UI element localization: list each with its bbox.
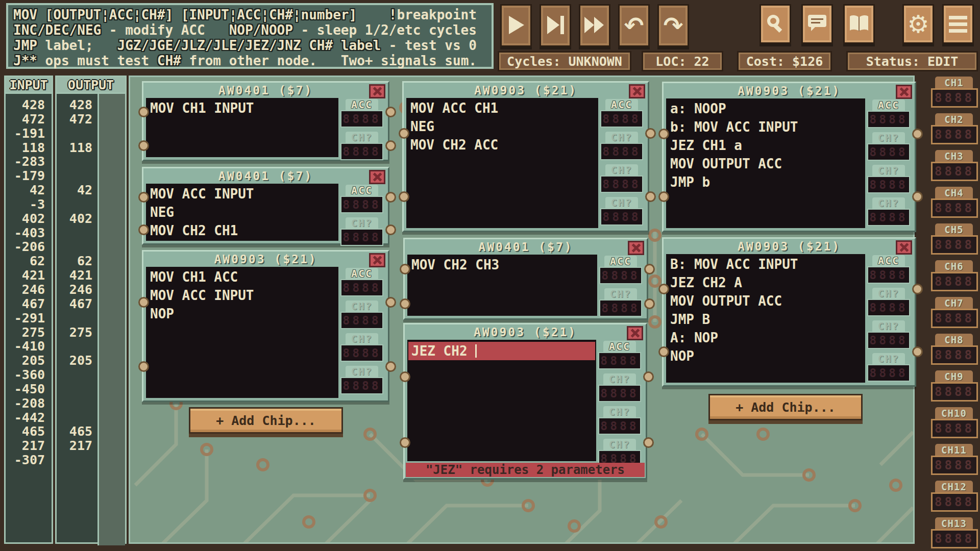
output-value: [57, 453, 97, 467]
code-editor[interactable]: MOV ACC CH1NEGMOV CH2 ACC: [406, 98, 598, 228]
input-value: 275: [6, 325, 52, 340]
code-line: MOV CH1 INPUT: [150, 99, 338, 117]
undo-button[interactable]: ↶: [618, 4, 650, 47]
chip-pin: [385, 107, 396, 117]
chip-1[interactable]: AW0401 ($7)MOV CH1 INPUTACC8888CH?8888: [142, 81, 389, 161]
chip-5[interactable]: AW0401 ($7)MOV CH2 CH3ACC8888CH?8888: [403, 238, 648, 320]
register-label: CH?: [872, 132, 905, 143]
chip-2[interactable]: AW0401 ($7)MOV ACC INPUTNEGMOV CH2 CH1AC…: [142, 167, 389, 245]
register-label: CH?: [604, 288, 637, 299]
register-label: CH?: [872, 165, 905, 176]
code-editor[interactable]: JEZ CH2: [407, 340, 596, 461]
output-value: 205: [57, 354, 97, 368]
acc-register: ACC8888: [340, 185, 383, 213]
step-button[interactable]: [540, 4, 571, 47]
reference-line-2: INC/DEC/NEG - modify ACC NOP/NOOP - slee…: [13, 22, 492, 38]
chip-close-button[interactable]: [896, 85, 912, 99]
chip-close-button[interactable]: [627, 326, 643, 340]
register-label: CH?: [605, 132, 638, 143]
channel-register: CH?8888: [867, 132, 910, 161]
chip-pin: [399, 128, 409, 139]
output-value: 402: [57, 212, 97, 226]
output-value: [57, 339, 97, 354]
code-editor[interactable]: MOV CH1 INPUT: [146, 98, 338, 157]
input-value: -360: [6, 368, 52, 382]
code-editor[interactable]: MOV ACC INPUTNEGMOV CH2 CH1: [146, 184, 338, 241]
chat-button[interactable]: [801, 4, 833, 44]
code-line: A: NOP: [670, 329, 865, 347]
code-line: b: MOV ACC INPUT: [670, 118, 865, 136]
game-screen: MOV [OUTPUT¦ACC¦CH#] [INPUT¦ACC¦CH#¦numb…: [0, 0, 980, 551]
register-label: CH?: [346, 132, 378, 143]
channel-register: CH?8888: [340, 300, 383, 329]
register-label: CH?: [605, 197, 638, 208]
menu-button[interactable]: [942, 4, 974, 44]
channel-display-ch10: 8888: [931, 419, 978, 438]
chip-close-button[interactable]: [369, 253, 385, 267]
output-value: 62: [57, 254, 97, 268]
redo-button[interactable]: ↷: [657, 4, 689, 47]
channel-display-ch3: 8888: [931, 162, 978, 181]
chip-close-button[interactable]: [628, 241, 644, 255]
acc-register: ACC8888: [598, 341, 641, 369]
code-line: MOV OUTPUT ACC: [670, 292, 865, 310]
chip-pin: [138, 297, 149, 308]
register-label: ACC: [604, 256, 637, 267]
chat-icon: [807, 14, 827, 35]
code-line-error: JEZ CH2: [408, 342, 595, 360]
chip-7[interactable]: AW0903 ($21)a: NOOPb: MOV ACC INPUTJEZ C…: [662, 82, 916, 232]
add-chip-button-1[interactable]: + Add Chip...: [189, 407, 343, 434]
seven-segment-display: 8888: [340, 279, 383, 296]
input-value: -206: [6, 240, 52, 254]
channel-tab-ch5: CH5: [935, 223, 973, 236]
chip-close-button[interactable]: [369, 84, 385, 98]
seven-segment-display: 8888: [340, 229, 383, 246]
chip-close-button[interactable]: [896, 240, 912, 255]
search-button[interactable]: [760, 4, 791, 44]
seven-segment-display: 8888: [340, 377, 383, 394]
chip-close-button[interactable]: [629, 84, 645, 98]
manual-button[interactable]: [843, 4, 875, 44]
seven-segment-display: 8888: [599, 267, 642, 284]
chip-6[interactable]: AW0903 ($21)JEZ CH2 ACC8888CH?8888CH?888…: [403, 323, 647, 480]
add-chip-button-2[interactable]: + Add Chip...: [708, 394, 863, 420]
channel-display-ch9: 8888: [931, 382, 978, 402]
code-line: MOV CH2 CH1: [150, 221, 338, 240]
fast-forward-button[interactable]: [579, 4, 610, 47]
seven-segment-display: 8888: [867, 299, 910, 316]
close-icon: [632, 87, 642, 96]
code-editor[interactable]: B: MOV ACC INPUTJEZ CH2 AMOV OUTPUT ACCJ…: [666, 254, 865, 383]
chip-8[interactable]: AW0903 ($21)B: MOV ACC INPUTJEZ CH2 AMOV…: [662, 237, 916, 387]
code-editor[interactable]: MOV CH2 CH3: [407, 255, 597, 316]
channel-register: CH?8888: [600, 132, 643, 160]
chip-title: AW0903 ($21): [664, 83, 915, 98]
input-value: 465: [6, 424, 52, 439]
settings-button[interactable]: ⚙: [902, 4, 934, 44]
code-line: MOV OUTPUT ACC: [670, 155, 865, 173]
channel-register: CH?8888: [867, 165, 910, 193]
channel-tab-ch7: CH7: [935, 297, 973, 309]
channel-register: CH?8888: [600, 197, 643, 226]
chip-4[interactable]: AW0903 ($21)MOV ACC CH1NEGMOV CH2 ACCACC…: [402, 81, 649, 232]
code-editor[interactable]: a: NOOPb: MOV ACC INPUTJEZ CH1 aMOV OUTP…: [666, 98, 865, 228]
chip-pin: [658, 129, 669, 139]
play-button[interactable]: [500, 4, 532, 47]
register-label: ACC: [872, 99, 905, 111]
register-label: CH?: [603, 373, 636, 385]
output-value: [57, 155, 97, 169]
input-value: -442: [6, 411, 52, 425]
register-label: CH?: [872, 197, 905, 209]
output-value: [57, 226, 97, 240]
output-value: [57, 127, 97, 141]
register-label: ACC: [872, 255, 905, 266]
chip-close-button[interactable]: [369, 170, 385, 184]
acc-register: ACC8888: [867, 255, 910, 284]
channel-register: CH?8888: [600, 164, 643, 193]
channel-display-ch13: 8888: [931, 529, 978, 548]
output-value: [57, 169, 97, 183]
code-editor[interactable]: MOV CH1 ACCMOV ACC INPUTNOP: [146, 267, 338, 398]
output-value: [57, 382, 97, 396]
chip-3[interactable]: AW0903 ($21)MOV CH1 ACCMOV ACC INPUTNOPA…: [142, 250, 389, 402]
code-line: JEZ CH1 a: [670, 136, 865, 155]
seven-segment-display: 8888: [340, 196, 383, 213]
